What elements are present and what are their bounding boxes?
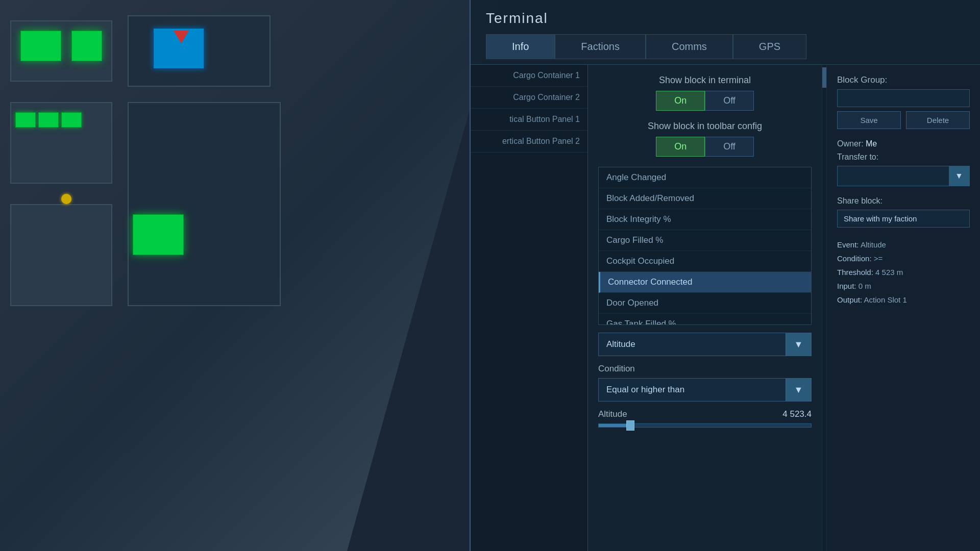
terminal-header: Terminal Info Factions Comms GPS [471, 0, 980, 65]
summary-input-label: Input: [837, 282, 856, 290]
event-block-integrity[interactable]: Block Integrity % [599, 209, 811, 230]
middle-scrollbar[interactable] [822, 65, 827, 551]
event-gas-tank-filled[interactable]: Gas Tank Filled % [599, 314, 811, 325]
terminal-body: Cargo Container 1 Cargo Container 2 tica… [471, 65, 980, 551]
tab-info[interactable]: Info [486, 34, 555, 59]
altitude-fill [599, 424, 630, 427]
transfer-to-dropdown[interactable]: ▼ [837, 166, 970, 186]
condition-dropdown[interactable]: Equal or higher than ▼ [598, 378, 812, 402]
share-block-section: Share block: Share with my faction [837, 196, 970, 228]
transfer-to-arrow[interactable]: ▼ [949, 166, 969, 186]
transfer-to-row: Transfer to: [837, 153, 970, 162]
scrollbar-thumb[interactable] [822, 67, 826, 88]
event-angle-changed[interactable]: Angle Changed [599, 167, 811, 188]
summary-threshold-line: Threshold: 4 523 m [837, 265, 970, 279]
summary-event-value: Altitude [861, 240, 886, 249]
owner-section: Owner: Me Transfer to: ▼ [837, 139, 970, 186]
condition-dropdown-arrow[interactable]: ▼ [786, 379, 811, 401]
show-toolbar-label: Show block in toolbar config [598, 121, 812, 132]
green-display-6 [133, 214, 184, 255]
event-door-opened[interactable]: Door Opened [599, 293, 811, 314]
event-list: Angle Changed Block Added/Removed Block … [598, 167, 812, 325]
share-block-label: Share block: [837, 196, 970, 206]
tab-gps[interactable]: GPS [733, 34, 806, 59]
center-panel: Show block in terminal On Off Show block… [588, 65, 822, 551]
terminal-title: Terminal [486, 10, 965, 27]
transfer-to-value [838, 172, 949, 180]
yellow-indicator [61, 194, 71, 204]
tab-factions[interactable]: Factions [555, 34, 646, 59]
altitude-label-row: Altitude 4 523.4 [598, 409, 812, 419]
panel-bg-4 [10, 204, 112, 306]
altitude-label: Altitude [598, 409, 627, 419]
altitude-slider[interactable] [598, 423, 812, 428]
show-terminal-buttons: On Off [598, 91, 812, 111]
block-group-input[interactable] [837, 89, 970, 107]
event-connector-connected[interactable]: Connector Connected [599, 272, 811, 293]
block-group-section: Block Group: Save Delete [837, 75, 970, 129]
show-toolbar-buttons: On Off [598, 137, 812, 157]
show-toolbar-on-button[interactable]: On [656, 137, 705, 157]
summary-output-label: Output: [837, 295, 862, 304]
green-display-4 [38, 112, 59, 128]
tab-comms[interactable]: Comms [646, 34, 733, 59]
condition-value: Equal or higher than [599, 380, 786, 400]
summary-threshold-value: 4 523 m [875, 268, 903, 277]
green-display-1 [20, 31, 61, 61]
green-display-5 [61, 112, 82, 128]
owner-row: Owner: Me [837, 139, 970, 148]
summary-input-line: Input: 0 m [837, 279, 970, 293]
terminal-panel: Terminal Info Factions Comms GPS Cargo C… [470, 0, 980, 551]
altitude-value: 4 523.4 [782, 409, 812, 419]
show-terminal-section: Show block in terminal On Off [598, 75, 812, 111]
delete-button[interactable]: Delete [906, 111, 970, 129]
condition-section: Condition Equal or higher than ▼ [598, 364, 812, 402]
summary-condition-value: >= [874, 254, 883, 263]
event-dropdown-arrow[interactable]: ▼ [786, 333, 811, 356]
summary-input-value: 0 m [859, 282, 871, 290]
game-background [0, 0, 500, 551]
show-terminal-label: Show block in terminal [598, 75, 812, 86]
green-display-2 [71, 31, 102, 61]
condition-label: Condition [598, 364, 812, 374]
list-item-panel2[interactable]: ertical Button Panel 2 [471, 131, 587, 153]
owner-value: Me [866, 139, 877, 148]
altitude-section: Altitude 4 523.4 [598, 409, 812, 428]
event-dropdown-container: Altitude ▼ [598, 333, 812, 356]
summary-threshold-label: Threshold: [837, 268, 873, 277]
green-display-3 [15, 112, 36, 128]
summary-output-value: Action Slot 1 [864, 295, 907, 304]
save-button[interactable]: Save [837, 111, 901, 129]
altitude-thumb[interactable] [626, 420, 634, 431]
event-cockpit-occupied[interactable]: Cockpit Occupied [599, 251, 811, 272]
panel-bg-5 [128, 102, 281, 306]
owner-label: Owner: [837, 139, 864, 148]
list-item-cargo1[interactable]: Cargo Container 1 [471, 65, 587, 87]
terminal-tabs: Info Factions Comms GPS [486, 34, 965, 59]
transfer-to-label: Transfer to: [837, 153, 878, 161]
summary-output-line: Output: Action Slot 1 [837, 293, 970, 307]
show-toolbar-off-button[interactable]: Off [705, 137, 754, 157]
list-item-cargo2[interactable]: Cargo Container 2 [471, 87, 587, 109]
show-terminal-on-button[interactable]: On [656, 91, 705, 111]
event-block-added-removed[interactable]: Block Added/Removed [599, 188, 811, 209]
event-summary: Event: Altitude Condition: >= Threshold:… [837, 238, 970, 307]
summary-event-line: Event: Altitude [837, 238, 970, 252]
right-panel: Block Group: Save Delete Owner: Me Trans… [827, 65, 980, 551]
show-toolbar-section: Show block in toolbar config On Off [598, 121, 812, 157]
triangle-indicator [174, 31, 189, 43]
block-group-label: Block Group: [837, 75, 970, 85]
share-block-value: Share with my faction [837, 210, 970, 228]
event-dropdown[interactable]: Altitude ▼ [598, 333, 812, 356]
block-group-buttons: Save Delete [837, 111, 970, 129]
list-item-panel1[interactable]: tical Button Panel 1 [471, 109, 587, 131]
show-terminal-off-button[interactable]: Off [705, 91, 754, 111]
summary-event-label: Event: [837, 240, 859, 249]
block-list-panel: Cargo Container 1 Cargo Container 2 tica… [471, 65, 588, 551]
event-dropdown-value: Altitude [599, 334, 786, 355]
summary-condition-label: Condition: [837, 254, 872, 263]
event-cargo-filled[interactable]: Cargo Filled % [599, 230, 811, 251]
summary-condition-line: Condition: >= [837, 252, 970, 265]
